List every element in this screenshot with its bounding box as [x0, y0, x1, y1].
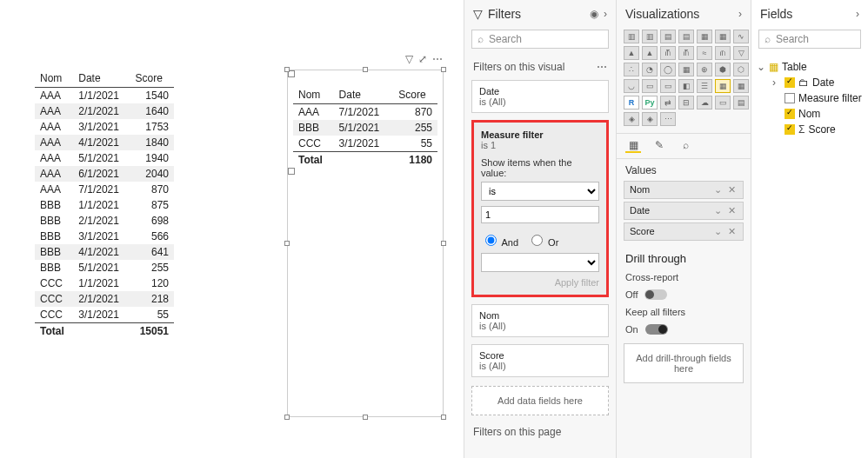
filter-value-input[interactable]: [481, 206, 599, 223]
field-well-item[interactable]: Nom⌄ ✕: [624, 181, 744, 199]
focus-mode-icon[interactable]: ⤢: [418, 53, 427, 65]
viz-100-bar[interactable]: ▦: [697, 30, 712, 43]
fields-item[interactable]: Measure filter: [757, 90, 863, 106]
viz-funnel[interactable]: ▽: [733, 46, 749, 60]
viz-filled-map[interactable]: ⬢: [715, 63, 731, 76]
viz-scatter[interactable]: ∴: [624, 63, 639, 76]
filter-card-nom[interactable]: Nom is (All): [471, 304, 609, 337]
and-radio[interactable]: And: [481, 232, 518, 248]
viz-line-clustered[interactable]: ⫚: [678, 46, 694, 60]
table-row[interactable]: BBB4/1/2021641: [35, 244, 174, 260]
fields-item[interactable]: ›🗀Date: [757, 75, 863, 90]
table-row[interactable]: AAA3/1/20211753: [35, 119, 174, 135]
viz-area[interactable]: ▲: [624, 46, 639, 60]
filters-search[interactable]: ⌕ Search: [471, 30, 609, 49]
table-row[interactable]: AAA6/1/20212040: [35, 166, 174, 182]
table-row[interactable]: CCC3/1/202155: [35, 307, 174, 323]
viz-card[interactable]: ▭: [642, 79, 658, 93]
viz-line-column[interactable]: ⫚: [660, 46, 676, 60]
viz-multi-card[interactable]: ▭: [660, 79, 676, 93]
analytics-icon[interactable]: ⌕: [678, 139, 693, 153]
viz-slicer[interactable]: ☰: [697, 79, 712, 93]
filter-icon[interactable]: ▽: [405, 53, 413, 65]
table-row[interactable]: AAA5/1/20211940: [35, 150, 174, 166]
or-radio[interactable]: Or: [527, 232, 558, 248]
column-header[interactable]: Date: [73, 70, 130, 88]
viz-r-script[interactable]: R: [624, 96, 639, 110]
table-visual-1[interactable]: NomDateScoreAAA1/1/20211540AAA2/1/202116…: [35, 70, 174, 339]
filter-operator-select[interactable]: is: [481, 182, 599, 201]
field-checkbox[interactable]: [785, 109, 795, 119]
fields-item[interactable]: ΣScore: [757, 122, 863, 137]
more-options-icon[interactable]: ⋯: [432, 53, 443, 65]
fields-item[interactable]: Nom: [757, 106, 863, 122]
fields-well-icon[interactable]: ▦: [625, 139, 641, 153]
field-checkbox[interactable]: [785, 124, 795, 135]
eye-icon[interactable]: ◉: [590, 8, 598, 20]
viz-narrative[interactable]: ▭: [715, 96, 731, 110]
viz-key-influencers[interactable]: ⇄: [660, 96, 676, 110]
viz-pie[interactable]: ◔: [642, 63, 658, 76]
field-well-item[interactable]: Date⌄ ✕: [624, 202, 744, 220]
viz-matrix[interactable]: ▦: [733, 79, 749, 93]
table-row[interactable]: AAA4/1/20211840: [35, 135, 174, 150]
viz-stacked-column[interactable]: ▥: [642, 30, 658, 43]
viz-gauge[interactable]: ◡: [624, 79, 639, 93]
viz-get-more[interactable]: ⋯: [660, 112, 676, 126]
viz-stacked-bar[interactable]: ▥: [624, 30, 639, 43]
apply-filter-link[interactable]: Apply filter: [481, 277, 599, 288]
filter-operator-select-2[interactable]: [481, 253, 599, 272]
viz-map[interactable]: ⊕: [697, 63, 712, 76]
collapse-icon[interactable]: ›: [604, 8, 607, 20]
viz-donut[interactable]: ◯: [660, 63, 676, 76]
table-row[interactable]: AAA1/1/20211540: [35, 88, 174, 104]
well-actions[interactable]: ⌄ ✕: [714, 205, 738, 216]
viz-clustered-column[interactable]: ▤: [678, 30, 694, 43]
viz-kpi[interactable]: ◧: [678, 79, 694, 93]
viz-100-column[interactable]: ▦: [715, 30, 731, 43]
filter-card-date[interactable]: Date is (All): [471, 80, 609, 113]
field-checkbox[interactable]: [785, 93, 795, 103]
collapse-icon[interactable]: ›: [856, 8, 859, 20]
well-actions[interactable]: ⌄ ✕: [714, 226, 738, 237]
viz-ribbon[interactable]: ≈: [697, 46, 712, 60]
field-well-item[interactable]: Score⌄ ✕: [624, 222, 744, 241]
viz-qa[interactable]: ☁: [697, 96, 712, 110]
table-row[interactable]: AAA7/1/2021870: [293, 104, 437, 121]
table-row[interactable]: BBB3/1/2021566: [35, 229, 174, 244]
table-row[interactable]: BBB5/1/2021255: [293, 120, 437, 136]
fields-search[interactable]: ⌕ Search: [758, 30, 861, 49]
viz-shape-map[interactable]: ⬡: [733, 63, 749, 76]
column-header[interactable]: Score: [130, 70, 174, 88]
table-row[interactable]: AAA7/1/2021870: [35, 182, 174, 197]
column-header[interactable]: Nom: [35, 70, 73, 88]
table-row[interactable]: BBB1/1/2021875: [35, 197, 174, 213]
viz-line[interactable]: ∿: [733, 30, 749, 43]
viz-treemap[interactable]: ▦: [678, 63, 694, 76]
column-header[interactable]: Score: [393, 86, 437, 104]
well-actions[interactable]: ⌄ ✕: [714, 184, 738, 196]
viz-table[interactable]: ▦: [715, 79, 731, 93]
table-row[interactable]: BBB2/1/2021698: [35, 213, 174, 229]
fields-table-node[interactable]: ⌄ ▦ Table: [757, 59, 863, 75]
table-row[interactable]: CCC2/1/2021218: [35, 291, 174, 307]
cross-report-toggle[interactable]: [644, 289, 667, 300]
field-checkbox[interactable]: [785, 77, 795, 88]
collapse-icon[interactable]: ›: [738, 8, 742, 20]
filter-card-score[interactable]: Score is (All): [471, 344, 609, 377]
add-data-fields-drop[interactable]: Add data fields here: [471, 386, 609, 415]
viz-clustered-bar[interactable]: ▤: [660, 30, 676, 43]
viz-arcgis[interactable]: ◈: [624, 112, 639, 126]
column-header[interactable]: Nom: [293, 86, 334, 104]
more-icon[interactable]: ⋯: [597, 61, 607, 73]
viz-stacked-area[interactable]: ▲: [642, 46, 658, 60]
viz-python[interactable]: Py: [642, 96, 658, 110]
table-row[interactable]: BBB5/1/2021255: [35, 260, 174, 275]
viz-paginated[interactable]: ▤: [733, 96, 749, 110]
column-header[interactable]: Date: [334, 86, 394, 104]
table-row[interactable]: CCC1/1/2021120: [35, 275, 174, 291]
table-row[interactable]: CCC3/1/202155: [293, 136, 437, 152]
drill-through-drop[interactable]: Add drill-through fields here: [624, 343, 744, 383]
table-row[interactable]: AAA2/1/20211640: [35, 103, 174, 119]
table-visual-2-selected[interactable]: ▽ ⤢ ⋯ NomDateScoreAAA7/1/2021870BBB5/1/2…: [287, 70, 444, 417]
